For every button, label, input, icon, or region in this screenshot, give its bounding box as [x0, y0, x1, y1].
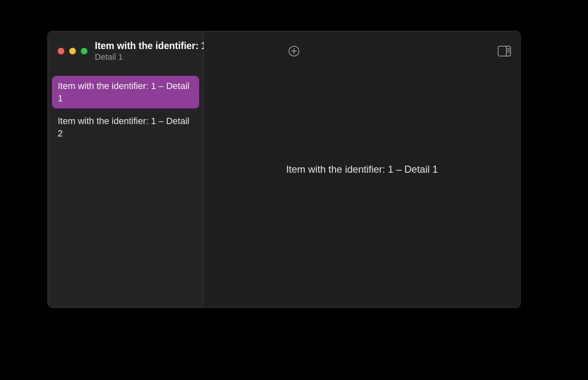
toolbar: [204, 31, 520, 71]
fullscreen-window-button[interactable]: [81, 48, 87, 54]
sidebar: Item with the identifier: 1 Detail 1 Ite…: [48, 31, 204, 307]
sidebar-item-detail-2[interactable]: Item with the identifier: 1 – Detail 2: [52, 111, 199, 143]
content-body: Item with the identifier: 1 – Detail 1: [204, 71, 520, 307]
window-title: Item with the identifier: 1: [95, 40, 197, 52]
close-window-button[interactable]: [58, 48, 64, 54]
add-button[interactable]: [287, 44, 301, 58]
plus-circle-icon: [288, 45, 300, 57]
sidebar-item-detail-1[interactable]: Item with the identifier: 1 – Detail 1: [52, 76, 199, 108]
titlebar: Item with the identifier: 1 Detail 1: [48, 31, 203, 71]
sidebar-right-icon: [497, 45, 511, 57]
window-title-block: Item with the identifier: 1 Detail 1: [95, 40, 197, 62]
window-subtitle: Detail 1: [95, 52, 197, 62]
toggle-inspector-button[interactable]: [497, 44, 511, 58]
svg-rect-3: [498, 46, 510, 56]
minimize-window-button[interactable]: [69, 48, 76, 54]
traffic-lights: [58, 48, 87, 54]
sidebar-item-label: Item with the identifier: 1 – Detail 1: [58, 81, 189, 103]
app-window: Item with the identifier: 1 Detail 1 Ite…: [47, 31, 521, 308]
detail-text: Item with the identifier: 1 – Detail 1: [286, 164, 438, 175]
sidebar-item-label: Item with the identifier: 1 – Detail 2: [58, 116, 189, 138]
sidebar-list: Item with the identifier: 1 – Detail 1 I…: [48, 71, 203, 149]
content-pane: Item with the identifier: 1 – Detail 1: [204, 31, 520, 307]
